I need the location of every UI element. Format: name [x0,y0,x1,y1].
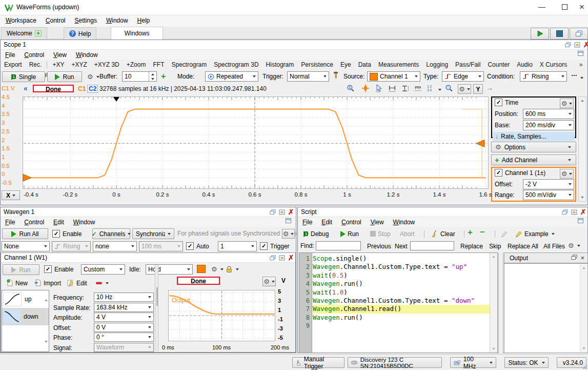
y-channels-button[interactable]: Y [473,84,483,94]
code-line-1[interactable]: Scope.single() [313,255,490,263]
code-line-3[interactable]: wait(0.5) [313,271,490,280]
code-line-9[interactable] [313,322,490,330]
wavegen-repeat-select[interactable]: 1 [218,241,257,251]
skip-button[interactable]: Skip [487,241,503,251]
plot-settings-gear-button[interactable]: ⚙ [458,84,471,94]
scope-view-spectrogram-3d[interactable]: Spectrogram 3D [210,60,262,70]
scope-view-audio[interactable]: Audio [513,60,536,70]
zoom-icon[interactable] [445,84,453,94]
position-select[interactable]: 600 ms [523,109,574,119]
code-line-6[interactable]: Wavegen.Channel1.Custom.Type.text = "dow… [313,297,490,305]
zoom-region-icon[interactable]: 1 [347,84,355,94]
add-workspace-icon[interactable]: + [35,30,42,36]
param-select-amplitude[interactable]: 4 V [94,313,154,322]
edit-waveform-button[interactable]: Edit [65,278,89,288]
scroll-right-icon[interactable]: → [486,84,493,92]
scope-float-icon[interactable] [577,50,584,58]
tab-windows[interactable]: Windows [111,27,164,40]
menu-item-file[interactable]: File [1,217,19,227]
scope-view-eye[interactable]: Eye [337,60,355,70]
wavegen-enable-checkbox[interactable]: ✓Enable [52,230,82,238]
code-line-5[interactable]: wait(1.0) [313,288,490,297]
add-buffer-icon[interactable]: + [161,72,166,81]
channel1-checkbox[interactable]: ✓Channel 1 (1±) [495,169,545,177]
code-scrollbar[interactable] [490,253,497,353]
quick-measure-icon[interactable] [361,84,370,94]
remove-tab-button[interactable]: − [480,227,485,238]
menu-item-edit[interactable]: Edit [317,217,337,227]
channel-run-button[interactable]: Run [3,264,39,275]
script-clear-button[interactable]: Clear [429,228,457,239]
param-select-phase[interactable]: 0 ° [94,333,154,342]
maximize-button[interactable] [562,4,567,10]
multi-plot-icon[interactable]: 1 23 4 [426,84,434,93]
menu-item-window[interactable]: Window [71,50,103,60]
scope-view-fft[interactable]: FFT [149,60,168,70]
menu-item-edit[interactable]: Edit [49,217,69,227]
find-input[interactable] [316,241,361,250]
wavegen-period-select[interactable]: 100 ms [139,241,183,251]
resize-grip[interactable] [583,365,587,369]
menu-item-settings[interactable]: Settings [70,15,102,26]
script-run-button[interactable]: Run [338,228,361,239]
status-button[interactable]: Status: OK [504,357,549,368]
x-cursor-icon[interactable] [388,85,396,94]
menu-item-control[interactable]: Control [41,15,70,26]
wavegen-run-all-button[interactable]: Run All [2,228,48,239]
script-debug-button[interactable]: 1Debug [301,228,331,239]
wavegen-channels-select[interactable]: ✓Channels [92,228,130,239]
wavegen-preview-plot[interactable]: Output [168,290,275,341]
output-close-icon[interactable]: × [577,254,587,262]
time-gear-button[interactable]: ⚙ [560,99,574,108]
idle-select[interactable]: Hold [146,264,193,275]
menu-item-file[interactable]: File [298,217,317,227]
menu-item-file[interactable]: File [1,50,19,60]
scope-view--xy[interactable]: +XY [49,60,68,70]
wavegen-sync-select[interactable]: Synchronized [132,228,174,239]
scroll-left-icon[interactable]: « [24,84,28,92]
list-item-down-selected[interactable]: down [2,308,49,325]
param-select-samplerate[interactable]: 163.84 kHz [94,303,154,312]
param-select-signal[interactable]: Waveform [94,343,154,352]
channel-restore-button[interactable] [269,254,276,261]
code-line-8[interactable]: Wavegen.run() [313,314,490,322]
channel-close-button[interactable]: ✗ [287,254,295,261]
c1-tab[interactable]: C1 [78,85,86,92]
wavegen-trigger-checkbox[interactable]: ✓Trigger [260,242,290,250]
add-channel-button[interactable]: +Add Channel [491,154,576,165]
channel-gear-button[interactable]: ⚙ [209,264,226,275]
wavegen-trigger-select[interactable]: None [2,241,50,251]
trigger-condition-select[interactable]: Rising [520,71,567,82]
time-checkbox[interactable]: ✓Time [495,99,518,106]
c1-axis-label[interactable]: C1 V [2,85,15,91]
script-example-button[interactable]: Example [513,228,557,239]
replace-input[interactable] [410,241,454,250]
c2-tab[interactable]: C2 [87,85,98,93]
wavegen-auto-checkbox[interactable]: ✓Auto [186,242,209,250]
scope-single-button[interactable]: 1Single [2,71,45,82]
rename-tab-button[interactable] [498,228,510,239]
plot-layout-caret[interactable] [438,89,441,91]
find-gear-button[interactable]: ⚙ [566,240,582,251]
menu-item-control[interactable]: Control [337,217,366,227]
script-maximize-button[interactable] [570,208,578,216]
ruler-icon[interactable] [414,85,422,93]
scope-views-overflow[interactable]: » [579,61,583,68]
code-line-7[interactable]: Wavegen.Channel1.read() [313,305,490,313]
version-button[interactable]: v3.24.0 [557,357,586,368]
wavegen-gear-button[interactable]: ⚙ [282,229,295,239]
scope-view-export[interactable]: Export [1,60,26,70]
wavegen-float-icon[interactable] [285,218,292,225]
menu-item-window[interactable]: Window [69,217,100,227]
add-tab-button[interactable]: + [468,227,473,238]
scope-plot[interactable] [23,96,489,189]
find-previous-button[interactable]: Previous [365,241,393,251]
channel-type-select[interactable]: Custom [81,264,125,275]
scope-view-measurements[interactable]: Measurements [375,60,422,70]
device-button[interactable]: Discovery 123 C SN:210415B5D0DC [348,357,442,368]
more-options-button[interactable]: … [571,70,577,77]
script-abort-button[interactable]: Abort [398,228,417,239]
preview-gear-button[interactable]: ⚙ [262,277,276,286]
base-select[interactable]: 200 ms/div [523,120,574,130]
scope-view-spectrogram[interactable]: Spectrogram [168,60,210,70]
